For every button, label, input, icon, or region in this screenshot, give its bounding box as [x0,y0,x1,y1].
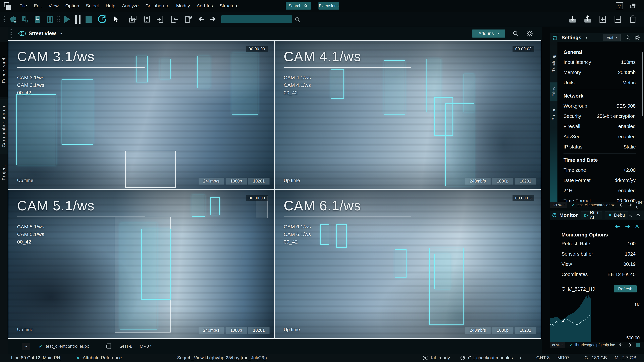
import-page-icon[interactable] [156,15,165,24]
extensions-button[interactable]: Extensions [318,2,339,9]
refresh-button[interactable]: Refresh [614,285,636,293]
document-list-icon[interactable] [142,15,151,24]
zoom-level-dropdown[interactable]: 80% ▾ [550,342,565,348]
camera-feed-5-1[interactable]: CAM 5.1/ws CAM 5.1/ws CAM 5.1/ws 00_42 0… [8,190,274,338]
search-icon[interactable] [641,343,641,347]
back-arrow-icon[interactable] [618,343,624,348]
menu-addins[interactable]: Add-Ins [193,3,216,8]
setting-value[interactable]: enabled [618,188,636,193]
stop-button[interactable] [86,16,92,23]
back-arrow-icon[interactable] [619,202,624,207]
setting-value[interactable]: +2.00 [623,167,636,173]
menu-analyze[interactable]: Analyze [118,3,142,8]
menu-option[interactable]: Option [62,3,83,8]
search-icon[interactable] [512,30,519,37]
menu-structure[interactable]: Structure [216,3,242,8]
download-icon[interactable] [568,15,577,24]
close-icon[interactable]: ✕ [635,223,639,230]
forward-arrow-icon[interactable] [625,224,630,229]
gear-icon[interactable] [634,35,640,40]
setting-value[interactable]: enabled [618,134,636,139]
active-file-label[interactable]: libraries/geoip/geoip.inc [574,343,615,347]
menu-select[interactable]: Select [82,3,102,8]
monitor-row[interactable]: Coordinates EE 12 HK 45 [562,269,636,280]
shape-tool-icon[interactable] [8,14,18,24]
chevron-down-icon[interactable]: ▾ [586,35,587,39]
settings-row[interactable]: Time zone +2.00 [564,165,636,175]
cursor-tool-icon[interactable] [112,15,120,23]
search-icon[interactable] [625,35,630,40]
setting-value[interactable]: SES-008 [616,103,636,109]
addins-button[interactable]: Add-ins ▾ [472,29,505,37]
settings-tab-project[interactable]: Project [550,103,558,124]
setting-value[interactable]: enabled [618,124,636,129]
play-button[interactable] [64,15,70,23]
pause-button[interactable] [75,15,80,24]
gear-icon[interactable] [526,30,533,37]
drag-grip[interactable] [2,15,6,23]
camera-feed-4-1[interactable]: CAM 4.1/ws CAM 4.1/ws CAM 4.1/ws 00_42 0… [275,41,541,189]
drag-grip[interactable] [10,28,13,38]
dropdown-box-icon[interactable]: ▽ [616,2,623,9]
settings-tab-files[interactable]: Files [550,82,558,101]
sidebar-tab-car-number-search[interactable]: Car number search [0,99,8,154]
menu-collaborate[interactable]: Collaborate [142,3,173,8]
menu-file[interactable]: File [16,3,30,8]
view-dropdown[interactable]: ▾ [22,343,30,350]
forward-arrow-icon[interactable] [627,343,632,348]
setting-value[interactable]: 2048mb [618,70,636,75]
settings-row[interactable]: IP status Static [564,142,636,152]
attribute-reference-label[interactable]: Attribute Reference [83,355,122,361]
settings-row[interactable]: Workgroup SES-008 [564,101,636,111]
frame-tool-icon[interactable] [33,14,42,24]
search-button[interactable]: Search [286,2,311,9]
settings-row[interactable]: Memory 2048mb [564,67,636,78]
loop-button[interactable] [97,14,107,24]
settings-row[interactable]: 24H enabled [564,186,636,196]
menu-edit[interactable]: Edit [30,3,45,8]
camera-feed-6-1[interactable]: CAM 6.1/ws CAM 6.1/ws CAM 6.1/ws 00_42 0… [275,190,541,338]
layout-tool-icon[interactable] [20,14,30,24]
cascade-windows-icon[interactable] [128,15,137,24]
sliders-tool-icon[interactable] [45,14,55,24]
settings-row[interactable]: Units Metric [564,78,636,88]
add-page-icon[interactable] [184,15,192,24]
add-item-icon[interactable] [598,15,607,24]
settings-row[interactable]: AdvSec enabled [564,132,636,142]
remove-item-icon[interactable] [614,15,622,24]
setting-value[interactable]: 256-bit encryption [597,113,636,119]
monitor-value[interactable]: 00.19 [623,261,636,267]
gear-icon[interactable] [636,212,640,218]
settings-tab-tracking[interactable]: Tracking [550,47,558,79]
toolbar-search-input[interactable] [221,15,292,23]
kit-status[interactable]: Kit: ready [422,355,450,361]
back-arrow-icon[interactable] [615,224,620,229]
search-icon[interactable] [628,213,632,218]
active-file-label[interactable]: test_clientcontroller.px [46,344,89,349]
settings-row[interactable]: Input latency 100ms [564,57,636,67]
monitor-row[interactable]: View 00.19 [562,259,636,269]
export-page-icon[interactable] [170,15,178,24]
back-arrow-icon[interactable] [198,16,205,23]
forward-arrow-icon[interactable] [628,202,632,207]
menu-modify[interactable]: Modify [173,3,193,8]
zoom-level-dropdown[interactable]: 120% ▾ [550,202,567,208]
debug-tab[interactable]: ✕ Debu [605,211,628,219]
git-status[interactable]: Git: checkout modules ▾ [460,355,521,361]
setting-value[interactable]: dd/mm/yy [614,178,636,183]
sidebar-tab-face-search[interactable]: Face search [0,42,8,97]
monitor-row[interactable]: Sensors buffer 1024 [562,249,636,259]
run-ai-tab[interactable]: ▷ Run AI [581,211,602,219]
setting-value[interactable]: Static [623,144,636,150]
monitor-row[interactable]: Refresh Rate 100 [562,239,636,249]
drag-grip[interactable] [57,15,60,23]
document-list-icon[interactable] [105,343,112,350]
active-file-label[interactable]: test_clientcontroller.px [576,203,615,207]
close-icon[interactable]: ✕ [76,355,80,361]
monitor-value[interactable]: EE 12 HK 45 [608,272,636,277]
chevron-down-icon[interactable]: ▾ [60,31,62,35]
edit-button[interactable]: Edit ▾ [603,34,620,41]
trash-icon[interactable] [628,15,637,24]
search-icon[interactable] [294,16,300,22]
upload-icon[interactable] [583,15,592,24]
